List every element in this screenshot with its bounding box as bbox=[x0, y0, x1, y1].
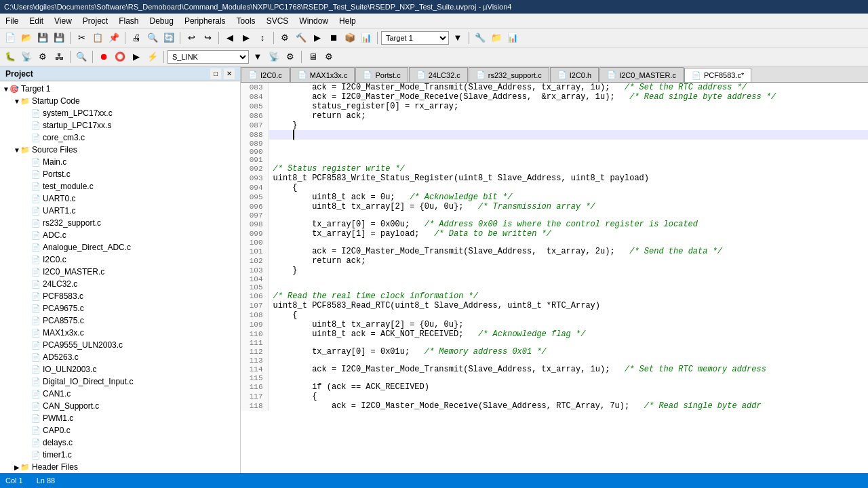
tree-item-core_cm3[interactable]: 📄core_cm3.c bbox=[0, 131, 240, 144]
tree-item-source[interactable]: ▼📁Source Files bbox=[0, 144, 240, 156]
menu-item-file[interactable]: File bbox=[0, 15, 24, 27]
debug2-btn[interactable]: 📡 bbox=[19, 49, 34, 64]
code-area[interactable]: 083 ack = I2C0_Master_Mode_Transmit(Slav… bbox=[241, 83, 868, 473]
tree-item-pca9675[interactable]: 📄PCA9675.c bbox=[0, 302, 240, 314]
debug4-btn[interactable]: 🖧 bbox=[52, 49, 66, 64]
debug-combo[interactable]: S_LINK bbox=[167, 50, 249, 64]
run-btn[interactable]: ▶ bbox=[129, 49, 144, 64]
tree-item-timer1[interactable]: 📄timer1.c bbox=[0, 449, 240, 461]
tree-item-pca8575[interactable]: 📄PCA8575.c bbox=[0, 314, 240, 327]
tab-i2c0h_tab[interactable]: 📄I2C0.h bbox=[550, 67, 599, 82]
target-combo[interactable]: Target 1 bbox=[381, 31, 449, 45]
code-line-108[interactable]: { bbox=[269, 310, 868, 320]
save-btn[interactable]: 💾 bbox=[35, 30, 50, 45]
code-line-113[interactable] bbox=[269, 357, 868, 365]
code-line-091[interactable] bbox=[269, 156, 868, 164]
tree-item-startup_lpc17xx[interactable]: 📄startup_LPC17xx.s bbox=[0, 119, 240, 131]
nav-btn[interactable]: ↕ bbox=[255, 30, 270, 45]
code-line-101[interactable]: ack = I2C0_Master_Mode_Transmit(Slave_Ad… bbox=[269, 247, 868, 256]
save-all-btn[interactable]: 💾 bbox=[52, 30, 66, 45]
code-line-107[interactable]: uint8_t PCF8583_Read_RTC(uint8_t Slave_A… bbox=[269, 301, 868, 310]
tree-item-test_module[interactable]: 📄test_module.c bbox=[0, 180, 240, 192]
code-line-093[interactable]: uint8_t PCF8583_Write_Status_Register(ui… bbox=[269, 174, 868, 183]
manage2-btn[interactable]: 📁 bbox=[489, 30, 504, 45]
tree-item-startup[interactable]: ▼📁Startup Code bbox=[0, 95, 240, 107]
code-line-086[interactable]: return ack; bbox=[269, 111, 868, 121]
tree-item-24lc32[interactable]: 📄24LC32.c bbox=[0, 278, 240, 290]
menu-item-debug[interactable]: Debug bbox=[144, 15, 179, 27]
prev-btn[interactable]: ◀ bbox=[222, 30, 237, 45]
code-line-117[interactable]: { bbox=[269, 392, 868, 401]
code-line-102[interactable]: return ack; bbox=[269, 256, 868, 266]
code-line-083[interactable]: ack = I2C0_Master_Mode_Transmit(Slave_Ad… bbox=[269, 83, 868, 92]
tree-item-cap0[interactable]: 📄CAP0.c bbox=[0, 424, 240, 436]
debug5-btn[interactable]: 🔍 bbox=[74, 49, 89, 64]
tree-item-i2c0[interactable]: 📄I2C0.c bbox=[0, 253, 240, 266]
code-line-105[interactable] bbox=[269, 283, 868, 291]
code-line-114[interactable]: ack = I2C0_Master_Mode_Transmit(Slave_Ad… bbox=[269, 365, 868, 374]
open-btn[interactable]: 📂 bbox=[19, 30, 34, 45]
tab-portst_tab[interactable]: 📄Portst.c bbox=[355, 67, 408, 82]
panel-close-btn[interactable]: ✕ bbox=[224, 68, 235, 79]
tab-i2c0master_tab[interactable]: 📄I2C0_MASTER.c bbox=[599, 67, 684, 82]
tree-item-target1[interactable]: ▼🎯Target 1 bbox=[0, 83, 240, 95]
code-line-094[interactable]: { bbox=[269, 183, 868, 192]
code-line-115[interactable] bbox=[269, 374, 868, 382]
tree-expand-source[interactable]: ▼ bbox=[14, 146, 20, 154]
code-line-111[interactable] bbox=[269, 339, 868, 347]
tree-item-max1x3x[interactable]: 📄MAX1x3x.c bbox=[0, 327, 240, 339]
debug1-btn[interactable]: 🐛 bbox=[3, 49, 18, 64]
undo-btn[interactable]: ↩ bbox=[184, 30, 199, 45]
paste-btn[interactable]: 📌 bbox=[106, 30, 121, 45]
menu-item-help[interactable]: Help bbox=[334, 15, 361, 27]
tree-item-header_files[interactable]: ▶📁Header Files bbox=[0, 461, 240, 473]
code-line-095[interactable]: uint8_t ack = 0u; /* Acknowledge bit */ bbox=[269, 192, 868, 202]
tree-expand-startup[interactable]: ▼ bbox=[14, 98, 20, 105]
debug-drop-btn[interactable]: ▼ bbox=[250, 49, 265, 64]
tree-item-can_support[interactable]: 📄CAN_Support.c bbox=[0, 400, 240, 412]
debug7-btn[interactable]: ⚙ bbox=[283, 49, 298, 64]
code-line-116[interactable]: if (ack == ACK_RECEIVED) bbox=[269, 382, 868, 392]
menu-item-peripherals[interactable]: Peripherals bbox=[179, 15, 231, 27]
menu-item-svcs[interactable]: SVCS bbox=[261, 15, 294, 27]
debug3-btn[interactable]: ⚙ bbox=[35, 49, 50, 64]
code-line-090[interactable] bbox=[269, 148, 868, 156]
cut-btn[interactable]: ✂ bbox=[74, 30, 89, 45]
code-line-110[interactable]: uint8_t ack = ACK_NOT_RECEIVED; /* Ackno… bbox=[269, 329, 868, 339]
code-line-109[interactable]: uint8_t tx_array[2] = {0u, 0u}; bbox=[269, 320, 868, 329]
target-drop-btn[interactable]: ▼ bbox=[450, 30, 465, 45]
tab-rs232_tab[interactable]: 📄rs232_support.c bbox=[469, 67, 549, 82]
build6-btn[interactable]: 📊 bbox=[359, 30, 374, 45]
redo-btn[interactable]: ↪ bbox=[200, 30, 215, 45]
menu-item-flash[interactable]: Flash bbox=[113, 15, 144, 27]
tree-item-analogue_direct[interactable]: 📄Analogue_Direct_ADC.c bbox=[0, 241, 240, 253]
build5-btn[interactable]: 📦 bbox=[342, 30, 357, 45]
menu-item-window[interactable]: Window bbox=[294, 15, 334, 27]
code-line-106[interactable]: /* Read the real time clock information … bbox=[269, 291, 868, 301]
next-btn[interactable]: ▶ bbox=[239, 30, 254, 45]
menu-item-project[interactable]: Project bbox=[77, 15, 113, 27]
tree-item-rs232_support[interactable]: 📄rs232_support.c bbox=[0, 217, 240, 229]
tab-pcf8583_tab[interactable]: 📄PCF8583.c* bbox=[684, 68, 751, 83]
replace-btn[interactable]: 🔄 bbox=[161, 30, 176, 45]
code-line-084[interactable]: ack = I2C0_Master_Mode_Receive(Slave_Add… bbox=[269, 92, 868, 102]
menu-item-edit[interactable]: Edit bbox=[24, 15, 49, 27]
tree-expand-target1[interactable]: ▼ bbox=[3, 85, 9, 93]
tree-item-delays[interactable]: 📄delays.c bbox=[0, 436, 240, 449]
view1-btn[interactable]: 🖥 bbox=[305, 49, 320, 64]
code-line-085[interactable]: status_register[0] = rx_array; bbox=[269, 102, 868, 111]
tree-item-main[interactable]: 📄Main.c bbox=[0, 156, 240, 168]
code-line-087[interactable]: } bbox=[269, 121, 868, 130]
code-line-100[interactable] bbox=[269, 239, 868, 247]
code-line-092[interactable]: /* Status register write */ bbox=[269, 164, 868, 174]
reset-btn[interactable]: ⭕ bbox=[113, 49, 127, 64]
code-line-089[interactable] bbox=[269, 140, 868, 148]
print-btn[interactable]: 🖨 bbox=[129, 30, 144, 45]
panel-float-btn[interactable]: □ bbox=[210, 68, 221, 79]
tree-item-io_uln2003[interactable]: 📄IO_ULN2003.c bbox=[0, 363, 240, 375]
tree-item-i2c0_master[interactable]: 📄I2C0_MASTER.c bbox=[0, 266, 240, 278]
code-line-099[interactable]: tx_array[1] = payload; /* Data to be wri… bbox=[269, 229, 868, 239]
build2-btn[interactable]: 🔨 bbox=[294, 30, 309, 45]
tree-item-uart1[interactable]: 📄UART1.c bbox=[0, 205, 240, 217]
manage3-btn[interactable]: 📊 bbox=[505, 30, 520, 45]
